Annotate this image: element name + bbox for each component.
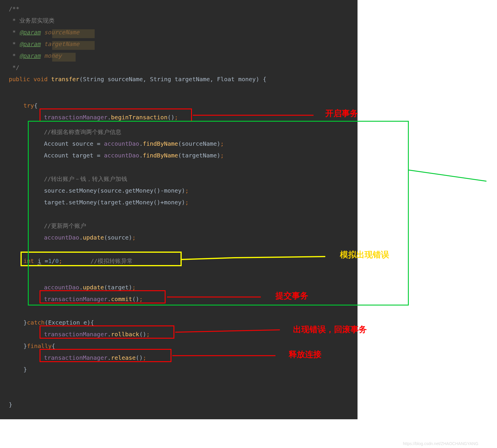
- close-brace-1: }: [23, 364, 27, 375]
- begin-annotation: 开启事务: [325, 108, 358, 119]
- doc-line-3: * @param sourceName: [9, 26, 79, 38]
- release-box: [40, 349, 171, 362]
- doc-line-1: /**: [9, 3, 19, 15]
- method-signature: public void transfer(String sourceName, …: [9, 73, 266, 85]
- begin-transaction-box: [40, 108, 192, 122]
- doc-line-6: */: [9, 62, 19, 73]
- close-brace-2: }: [9, 399, 12, 410]
- try-line: try{: [23, 100, 38, 111]
- watermark: https://blog.csdn.net/ZHAOCHANGYANG: [403, 441, 478, 446]
- commit-annotation: 提交事务: [275, 290, 308, 301]
- error-annotation: 模拟出现错误: [340, 249, 389, 260]
- doc-line-4: * @param targetName: [9, 38, 79, 50]
- transaction-scope-box: [28, 121, 409, 306]
- rollback-box: [40, 325, 174, 339]
- doc-line-5: * @param money: [9, 50, 62, 62]
- doc-line-2: * 业务层实现类: [9, 15, 55, 26]
- rollback-annotation: 出现错误，回滚事务: [293, 324, 367, 335]
- release-annotation: 释放连接: [289, 349, 321, 360]
